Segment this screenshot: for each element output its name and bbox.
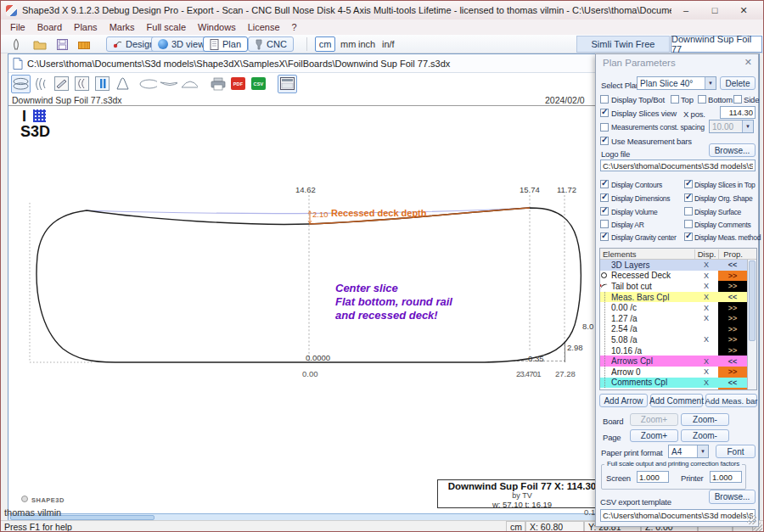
maximize-button[interactable]: □ — [700, 5, 729, 15]
menu-item-file[interactable]: File — [4, 21, 31, 33]
slice-profile-icon[interactable] — [31, 75, 51, 93]
tab-simli-twin-free[interactable]: Simli Twin Free — [576, 36, 670, 53]
display-dimensions-checkbox[interactable] — [600, 193, 609, 202]
element-prop-button[interactable]: >> — [718, 313, 747, 324]
menu-item-full-scale[interactable]: Full scale — [141, 21, 192, 33]
add-meas-bar-button[interactable]: Add Meas. bar — [705, 394, 757, 407]
curve-icon[interactable] — [113, 75, 132, 93]
display-topbot-checkbox[interactable] — [600, 95, 609, 104]
element-row-3d-layers[interactable]: 3D LayersX<< — [600, 260, 747, 271]
csv-export-icon[interactable]: CSV — [249, 75, 268, 93]
element-display-flag[interactable]: X — [694, 367, 718, 376]
element-row-arrow-0[interactable]: Arrow 0X>> — [600, 367, 747, 378]
element-display-flag[interactable]: X — [694, 357, 718, 366]
element-display-flag[interactable]: X — [694, 293, 718, 301]
element-prop-button[interactable] — [718, 388, 747, 390]
board-zoom-in-button[interactable]: Zoom+ — [630, 413, 678, 426]
element-display-flag[interactable]: X — [694, 282, 718, 290]
element-row-comments-cpl[interactable]: Comments CplX<< — [600, 378, 747, 389]
element-prop-button[interactable]: << — [718, 356, 747, 367]
flat-shape-icon[interactable] — [159, 75, 178, 93]
unit-inf[interactable]: in/f — [382, 39, 395, 49]
elements-scrollbar[interactable] — [747, 260, 756, 389]
ellipse-shape-icon[interactable] — [138, 75, 158, 93]
page-zoom-in-button[interactable]: Zoom+ — [630, 429, 678, 442]
use-meas-bars-checkbox[interactable] — [600, 137, 609, 145]
display-comments-checkbox[interactable] — [684, 220, 693, 228]
add-comment-button[interactable]: Add Comment — [650, 394, 703, 407]
cnc-button[interactable]: CNC — [248, 36, 294, 52]
element-row-10-16-a[interactable]: 10.16 /a>> — [600, 345, 747, 356]
select-plan-dropdown[interactable]: Plan Slice 40° ▼ — [637, 76, 716, 90]
element-prop-button[interactable]: >> — [718, 324, 747, 335]
element-prop-button[interactable]: >> — [718, 367, 747, 378]
save-icon[interactable] — [53, 37, 70, 52]
display-gravity-checkbox[interactable] — [600, 232, 609, 241]
element-prop-button[interactable]: >> — [718, 302, 747, 313]
pdf-export-icon[interactable]: PDF — [228, 75, 248, 93]
spacing-dropdown[interactable]: 10.00 ▼ — [709, 120, 754, 133]
meas-const-spacing-checkbox[interactable] — [600, 123, 609, 132]
bottom-checkbox[interactable] — [698, 95, 706, 104]
element-row-partial[interactable] — [600, 388, 747, 390]
menu-item-board[interactable]: Board — [31, 21, 68, 33]
element-row-arrows-cpl[interactable]: Arrows CplX<< — [600, 356, 747, 367]
element-prop-button[interactable]: << — [718, 260, 747, 271]
open-folder-icon[interactable] — [31, 37, 48, 52]
board-zoom-out-button[interactable]: Zoom- — [681, 413, 729, 426]
csv-browse-button[interactable]: Browse... — [709, 490, 756, 504]
element-prop-button[interactable]: >> — [718, 281, 747, 292]
printer-factor-input[interactable] — [710, 471, 742, 483]
edit-top-view-icon[interactable] — [52, 75, 71, 93]
element-prop-button[interactable]: << — [718, 378, 747, 389]
element-row-meas-bars-cpl[interactable]: Meas. Bars CplX<< — [600, 292, 747, 303]
dome-shape-icon[interactable] — [179, 75, 199, 93]
outline-view-icon[interactable] — [11, 75, 31, 93]
x-pos-input[interactable] — [720, 106, 756, 119]
display-meas-method-checkbox[interactable] — [684, 232, 693, 241]
menu-item-windows[interactable]: Windows — [192, 21, 242, 33]
logo-file-input[interactable] — [600, 160, 756, 171]
panel-close-icon[interactable]: ✕ — [744, 57, 752, 68]
print-icon[interactable] — [208, 75, 228, 93]
element-row-0-00-c[interactable]: 0.00 /cX>> — [600, 302, 747, 313]
edit-slice-icon[interactable] — [72, 75, 92, 93]
font-button[interactable]: Font — [716, 445, 756, 458]
element-prop-button[interactable]: >> — [718, 334, 747, 345]
drawing-canvas[interactable]: I S3D 14.62 15.74 11.72 2 — [9, 106, 595, 513]
display-org-shape-checkbox[interactable] — [684, 193, 693, 202]
menu-item-license[interactable]: License — [242, 21, 286, 33]
element-row-recessed-deck[interactable]: Recessed DeckX>> — [600, 271, 747, 282]
screen-factor-input[interactable] — [637, 471, 669, 483]
add-arrow-button[interactable]: Add Arrow — [599, 394, 648, 407]
element-row-1-27-a[interactable]: 1.27 /aX>> — [600, 313, 747, 324]
unit-cm-selected[interactable]: cm — [315, 36, 335, 52]
display-ar-checkbox[interactable] — [600, 220, 609, 228]
element-row-2-54-a[interactable]: 2.54 /a>> — [600, 324, 747, 335]
csv-template-input[interactable] — [600, 509, 756, 522]
menu-item-plans[interactable]: Plans — [68, 21, 104, 33]
element-prop-button[interactable]: >> — [718, 345, 747, 356]
slice-view-icon[interactable] — [93, 75, 112, 93]
minimize-button[interactable]: – — [671, 5, 700, 15]
element-prop-button[interactable]: << — [718, 292, 747, 303]
side-checkbox[interactable] — [733, 95, 742, 104]
element-display-flag[interactable]: X — [694, 260, 718, 269]
window-view-icon[interactable] — [278, 75, 297, 93]
element-display-flag[interactable]: X — [694, 378, 718, 387]
delete-plan-button[interactable]: Delete — [720, 76, 756, 90]
element-display-flag[interactable]: X — [694, 304, 718, 312]
close-button[interactable]: ✕ — [729, 5, 758, 16]
display-slices-view-checkbox[interactable] — [600, 109, 609, 117]
element-row-5-08-a[interactable]: 5.08 /aX>> — [600, 334, 747, 345]
comment-annotation[interactable]: Center slice Flat bottom, round rail and… — [335, 282, 452, 322]
element-display-flag[interactable]: X — [694, 272, 718, 280]
unit-inch[interactable]: inch — [358, 39, 375, 49]
element-display-flag[interactable]: X — [694, 335, 718, 344]
display-slices-top-checkbox[interactable] — [684, 180, 693, 188]
paper-format-dropdown[interactable]: A4 ▼ — [668, 445, 709, 458]
scale-icon[interactable] — [76, 37, 93, 52]
element-display-flag[interactable]: X — [694, 314, 718, 322]
display-contours-checkbox[interactable] — [600, 180, 609, 188]
top-checkbox[interactable] — [671, 95, 679, 104]
